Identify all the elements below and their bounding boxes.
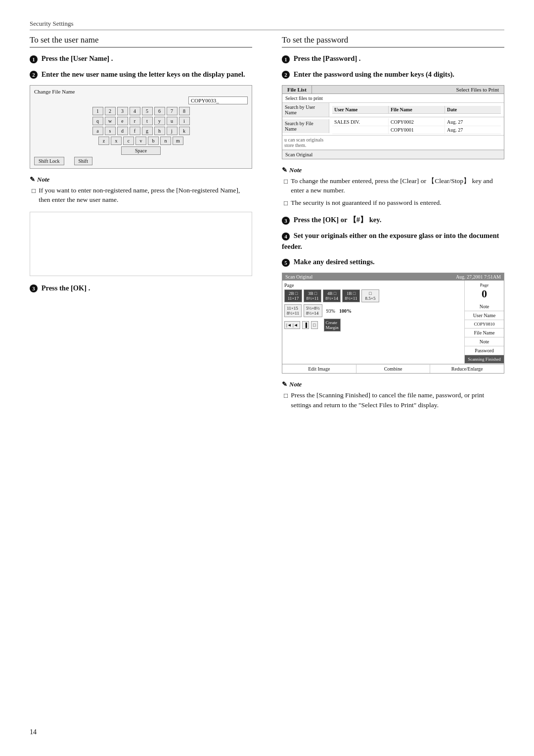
right-step3-label: Press the [OK] or 【#】 key. <box>294 216 382 224</box>
search-by-user-row: Search by User Name User Name File Name … <box>282 103 504 117</box>
kb-key-t[interactable]: t <box>142 117 153 125</box>
kb-key-i[interactable]: i <box>179 117 190 125</box>
scan-footer-combine[interactable]: Combine <box>356 365 431 373</box>
scan-btn-user-name[interactable]: User Name <box>465 311 504 320</box>
scan-paper-btn-1[interactable]: 2B □11×17 <box>284 289 302 302</box>
right-column: To set the password 1 Press the [Passwor… <box>277 35 504 417</box>
data-row-1: SALES DIV. COPY0002 Aug. 27 <box>332 118 501 126</box>
scan-paper-btn-5[interactable]: □8.5×5 <box>361 289 379 302</box>
kb-key-b[interactable]: b <box>148 137 159 145</box>
kb-key-c[interactable]: c <box>123 137 134 145</box>
note-pencil-icon: ✎ <box>30 176 35 184</box>
scan-paper-btn-3[interactable]: 4B □8½×14 <box>323 289 341 302</box>
scan-create-margin[interactable]: CreateMargin <box>324 319 341 331</box>
kb-key-q[interactable]: q <box>92 117 103 125</box>
kb-key-y[interactable]: y <box>154 117 165 125</box>
kb-key-x[interactable]: x <box>111 137 122 145</box>
kb-input-value: COPY0033_ <box>191 97 219 103</box>
kb-shift-lock[interactable]: Shift Lock <box>34 157 64 165</box>
scan-original-btn[interactable]: Scan Original <box>282 150 504 159</box>
kb-key-d[interactable]: d <box>117 127 128 135</box>
note3-title: ✎ Note <box>282 380 504 388</box>
kb-bottom: Shift Lock Shift <box>34 157 248 165</box>
scan-paper-btn-4[interactable]: 1B □8½×11 <box>342 289 360 302</box>
kb-key-n[interactable]: n <box>160 137 171 145</box>
kb-key-m[interactable]: m <box>173 137 183 145</box>
kb-key-r[interactable]: r <box>130 117 140 125</box>
left-image-placeholder <box>30 212 252 276</box>
cell-user-2 <box>332 126 389 134</box>
col-user-name: User Name <box>332 106 389 113</box>
scan-paper-row: 2B □11×17 3B □8½×11 4B □8½×14 1B □8½×11 … <box>284 289 462 302</box>
scan-footer-edit[interactable]: Edit Image <box>282 365 356 373</box>
kb-key-v[interactable]: v <box>135 137 146 145</box>
kb-key-2[interactable]: 2 <box>105 107 116 115</box>
scan-right-panel: Page 0 Note User Name COPY0810 File Name… <box>464 281 504 364</box>
kb-key-8[interactable]: 8 <box>179 107 190 115</box>
kb-input-field[interactable]: COPY0033_ <box>188 96 248 104</box>
kb-key-6[interactable]: 6 <box>154 107 165 115</box>
kb-key-g[interactable]: g <box>142 127 153 135</box>
right-step5: 5 Make any desired settings. <box>282 257 504 268</box>
scan-btn-note[interactable]: Note <box>465 302 504 311</box>
kb-key-4[interactable]: 4 <box>130 107 140 115</box>
kb-space-key[interactable]: Space <box>121 146 161 155</box>
scan-note: u can scan originalsstore them. <box>282 136 504 150</box>
kb-shift[interactable]: Shift <box>74 157 92 165</box>
left-step3: 3 Press the [OK] . <box>30 283 252 294</box>
kb-key-k[interactable]: k <box>179 127 190 135</box>
kb-key-w[interactable]: w <box>105 117 116 125</box>
right-step4-label: Set your originals either on the exposur… <box>282 232 499 250</box>
cell-file-1: COPY0002 <box>389 118 445 126</box>
page-number: 14 <box>30 728 37 736</box>
left-note1: ✎ Note If you want to enter non-register… <box>30 176 252 205</box>
page-header: Security Settings <box>30 20 504 30</box>
note1-item1: If you want to enter non-registered name… <box>30 186 252 205</box>
scan-btn-note2[interactable]: Note <box>465 337 504 346</box>
right-note3: ✎ Note Press the [Scanning Finished] to … <box>282 380 504 410</box>
scan-btn-copy-id[interactable]: COPY0810 <box>465 320 504 329</box>
kb-key-5[interactable]: 5 <box>142 107 153 115</box>
right-step1: 1 Press the [Password] . <box>282 53 504 64</box>
kb-key-1[interactable]: 1 <box>92 107 103 115</box>
right-step5-num: 5 <box>282 259 290 267</box>
note2-title: ✎ Note <box>282 166 504 174</box>
col-headers: User Name File Name Date <box>332 106 501 114</box>
scan-pct: 93% <box>326 308 335 314</box>
col-file-name: File Name <box>389 106 445 113</box>
kb-key-u[interactable]: u <box>167 117 178 125</box>
scan-ctrl-1[interactable]: |◄ |◄ <box>284 321 300 329</box>
kb-key-3[interactable]: 3 <box>117 107 128 115</box>
note2-item2-text: The security is not guaranteed if no pas… <box>291 198 441 208</box>
left-step1: 1 Press the [User Name] . <box>30 53 252 64</box>
cell-file-2: COPY0001 <box>389 126 445 134</box>
scan-paper-btn-2[interactable]: 3B □8½×11 <box>304 289 321 302</box>
scan-size-1[interactable]: 11×158½×11 <box>284 304 302 317</box>
note3-title-text: Note <box>289 380 302 388</box>
screen-header: File List Select Files to Print <box>282 86 504 94</box>
kb-key-j[interactable]: j <box>167 127 178 135</box>
scan-ctrl-2[interactable]: ▐ <box>302 321 309 329</box>
scan-footer: Edit Image Combine Reduce/Enlarge <box>282 364 504 373</box>
scan-btn-file-name[interactable]: File Name <box>465 329 504 337</box>
scan-ctrl-3[interactable]: □ <box>311 321 317 329</box>
right-step4-num: 4 <box>282 233 290 240</box>
note2-item1-text: To change the number entered, press the … <box>291 176 504 195</box>
scan-footer-reduce[interactable]: Reduce/Enlarge <box>430 365 504 373</box>
left-column: To set the user name 1 Press the [User N… <box>30 35 257 417</box>
right-step2: 2 Enter the password using the number ke… <box>282 69 504 80</box>
screen-tab-right: Select Files to Print <box>451 86 504 94</box>
scan-btn-password[interactable]: Password <box>465 346 504 355</box>
kb-key-z[interactable]: z <box>98 137 109 145</box>
cell-date-1: Aug. 27 <box>445 118 501 126</box>
kb-key-e[interactable]: e <box>117 117 128 125</box>
kb-key-h[interactable]: h <box>154 127 165 135</box>
kb-key-s[interactable]: s <box>105 127 116 135</box>
kb-key-a[interactable]: a <box>92 127 103 135</box>
kb-key-f[interactable]: f <box>130 127 140 135</box>
scan-size-2[interactable]: 5½×8½8½×14 <box>304 304 322 317</box>
cell-user-1: SALES DIV. <box>332 118 389 126</box>
kb-key-7[interactable]: 7 <box>167 107 178 115</box>
scan-btn-scanning-finished[interactable]: Scanning Finished <box>465 355 504 364</box>
note1-title-text: Note <box>37 176 49 184</box>
